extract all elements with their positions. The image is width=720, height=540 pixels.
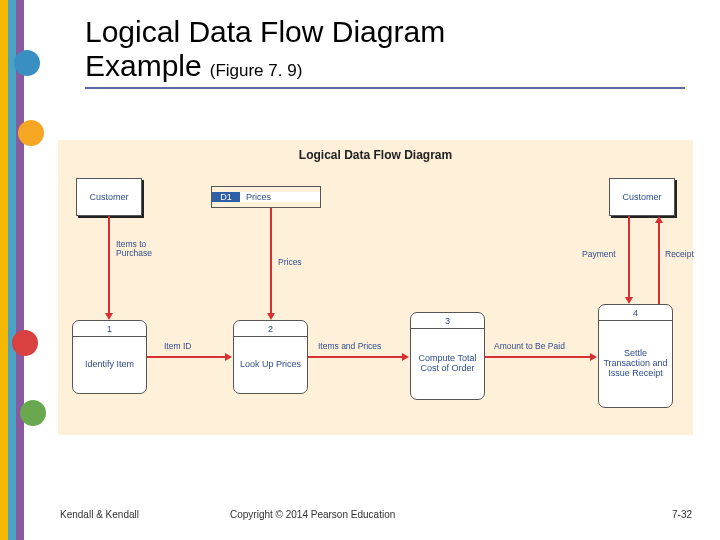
- dot-decor: [12, 330, 38, 356]
- process-2: 2 Look Up Prices: [233, 320, 308, 394]
- entity-customer-left: Customer: [76, 178, 142, 216]
- flow-line: [485, 356, 591, 358]
- dot-decor: [14, 50, 40, 76]
- process-3: 3 Compute Total Cost of Order: [410, 312, 485, 400]
- footer-copyright: Copyright © 2014 Pearson Education: [230, 509, 395, 520]
- process-label: Compute Total Cost of Order: [411, 329, 484, 399]
- process-label: Settle Transaction and Issue Receipt: [599, 321, 672, 407]
- diagram-panel: Logical Data Flow Diagram Customer D1 Pr…: [58, 140, 693, 435]
- flow-line: [628, 216, 630, 298]
- flow-line: [270, 208, 272, 314]
- flow-label-receipt: Receipt: [665, 250, 694, 259]
- dot-decor: [20, 400, 46, 426]
- arrow-head-icon: [402, 353, 409, 361]
- entity-label: Customer: [89, 192, 128, 202]
- flow-label-payment: Payment: [582, 250, 616, 259]
- process-num: 2: [234, 321, 307, 337]
- flow-line: [658, 223, 660, 304]
- stripe-purple: [16, 0, 24, 540]
- process-label: Look Up Prices: [238, 337, 303, 393]
- entity-customer-right: Customer: [609, 178, 675, 216]
- datastore-prices: D1 Prices: [211, 186, 321, 208]
- datastore-label: Prices: [240, 192, 320, 202]
- flow-label-items-and-prices: Items and Prices: [318, 342, 381, 351]
- process-4: 4 Settle Transaction and Issue Receipt: [598, 304, 673, 408]
- panel-title: Logical Data Flow Diagram: [299, 148, 452, 162]
- process-num: 3: [411, 313, 484, 329]
- flow-line: [147, 356, 226, 358]
- process-label: Identify Item: [83, 337, 136, 393]
- process-1: 1 Identify Item: [72, 320, 147, 394]
- flow-line: [308, 356, 403, 358]
- entity-label: Customer: [622, 192, 661, 202]
- slide-title: Logical Data Flow Diagram Example (Figur…: [85, 15, 685, 89]
- datastore-num: D1: [212, 192, 240, 202]
- arrow-head-icon: [655, 216, 663, 223]
- arrow-head-icon: [225, 353, 232, 361]
- arrow-head-icon: [105, 313, 113, 320]
- stripe-yellow: [0, 0, 8, 540]
- arrow-head-icon: [590, 353, 597, 361]
- arrow-head-icon: [267, 313, 275, 320]
- title-line2: Example: [85, 49, 202, 83]
- flow-label-item-id: Item ID: [164, 342, 191, 351]
- title-sub: (Figure 7. 9): [210, 61, 303, 81]
- process-num: 1: [73, 321, 146, 337]
- flow-label-prices: Prices: [278, 258, 302, 267]
- stripe-blue: [8, 0, 16, 540]
- flow-line: [108, 216, 110, 314]
- dot-decor: [18, 120, 44, 146]
- footer-page-number: 7-32: [672, 509, 692, 520]
- flow-label-amount-to-be-paid: Amount to Be Paid: [494, 342, 565, 351]
- footer-author: Kendall & Kendall: [60, 509, 139, 520]
- title-line1: Logical Data Flow Diagram: [85, 15, 685, 49]
- process-num: 4: [599, 305, 672, 321]
- flow-label-items-to-purchase: Items to Purchase: [116, 240, 166, 259]
- arrow-head-icon: [625, 297, 633, 304]
